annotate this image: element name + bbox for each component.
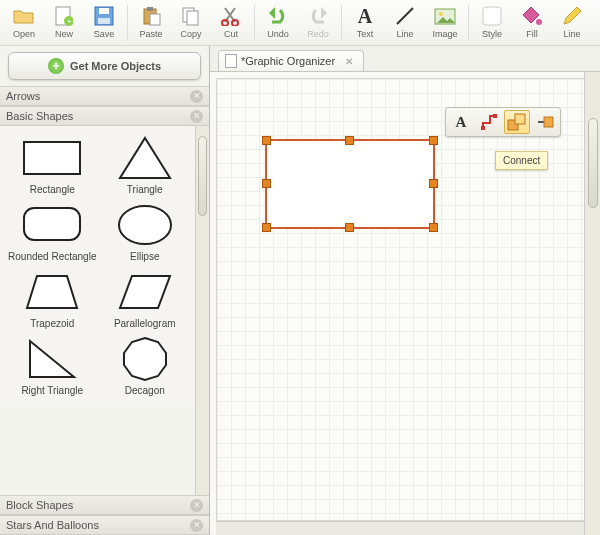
line-icon <box>393 4 417 28</box>
tab-graphic-organizer[interactable]: *Graphic Organizer ✕ <box>218 50 364 71</box>
canvas[interactable]: A Connect <box>216 78 596 521</box>
section-arrows[interactable]: Arrows ✕ <box>0 86 209 106</box>
document-icon <box>225 54 237 68</box>
cut-button[interactable]: Cut <box>211 2 251 39</box>
copy-button[interactable]: Copy <box>171 2 211 39</box>
svg-line-13 <box>397 8 413 24</box>
style-icon <box>480 4 504 28</box>
toolbar-separator <box>254 5 255 41</box>
section-title: Basic Shapes <box>6 110 73 122</box>
get-more-label: Get More Objects <box>70 60 161 72</box>
selected-rectangle[interactable] <box>265 139 435 229</box>
fill-icon <box>520 4 544 28</box>
tooltip: Connect <box>495 151 548 170</box>
toolbar-label: Cut <box>224 29 238 39</box>
collapse-icon[interactable]: ✕ <box>190 519 203 532</box>
sidebar: + Get More Objects Arrows ✕ Basic Shapes… <box>0 46 210 535</box>
resize-handle-s[interactable] <box>345 223 354 232</box>
connector-icon <box>480 113 498 131</box>
shape-decagon[interactable]: Decagon <box>99 335 192 396</box>
folder-icon <box>12 4 36 28</box>
toolbar-separator <box>127 5 128 41</box>
svg-rect-23 <box>493 114 497 118</box>
redo-button[interactable]: Redo <box>298 2 338 39</box>
toolbar-label: Undo <box>267 29 289 39</box>
new-button[interactable]: + New <box>44 2 84 39</box>
scrollbar-thumb[interactable] <box>588 118 598 208</box>
context-shape-fill-button[interactable] <box>532 110 558 134</box>
line-style-button[interactable]: Line <box>552 2 592 39</box>
image-button[interactable]: Image <box>425 2 465 39</box>
tab-bar: *Graphic Organizer ✕ <box>210 46 600 72</box>
shape-parallelogram[interactable]: Parallelogram <box>99 268 192 329</box>
section-basic-shapes[interactable]: Basic Shapes ✕ <box>0 106 209 126</box>
copy-icon <box>179 4 203 28</box>
svg-rect-4 <box>99 8 109 14</box>
text-button[interactable]: A Text <box>345 2 385 39</box>
pencil-icon <box>560 4 584 28</box>
shape-label: Triangle <box>127 184 163 195</box>
svg-point-17 <box>536 19 542 25</box>
svg-rect-25 <box>515 114 525 124</box>
shape-rectangle[interactable]: Rectangle <box>6 134 99 195</box>
close-tab-icon[interactable]: ✕ <box>345 56 353 67</box>
section-block-shapes[interactable]: Block Shapes ✕ <box>0 495 209 515</box>
shape-right-triangle[interactable]: Right Triangle <box>6 335 99 396</box>
fill-button[interactable]: Fill <box>512 2 552 39</box>
resize-handle-ne[interactable] <box>429 136 438 145</box>
svg-rect-19 <box>24 208 80 240</box>
section-title: Block Shapes <box>6 499 73 511</box>
collapse-icon[interactable]: ✕ <box>190 110 203 123</box>
shape-fill-icon <box>536 114 554 130</box>
svg-text:+: + <box>67 17 72 26</box>
toolbar-separator <box>341 5 342 41</box>
scrollbar-thumb[interactable] <box>198 136 207 216</box>
resize-handle-nw[interactable] <box>262 136 271 145</box>
svg-point-15 <box>439 12 443 16</box>
shape-triangle[interactable]: Triangle <box>99 134 192 195</box>
resize-handle-e[interactable] <box>429 179 438 188</box>
svg-rect-26 <box>544 117 553 127</box>
context-connector-button[interactable] <box>476 110 502 134</box>
toolbar-label: Save <box>94 29 115 39</box>
toolbar-label: Style <box>482 29 502 39</box>
toolbar-label: Image <box>432 29 457 39</box>
section-title: Arrows <box>6 90 40 102</box>
toolbar-label: New <box>55 29 73 39</box>
main-toolbar: Open + New Save Paste Copy Cut Un <box>0 0 600 46</box>
shape-label: Ellipse <box>130 251 159 262</box>
vertical-scrollbar[interactable] <box>584 72 600 535</box>
section-title: Stars And Balloons <box>6 519 99 531</box>
shape-rounded-rectangle[interactable]: Rounded Rectangle <box>6 201 99 262</box>
resize-handle-sw[interactable] <box>262 223 271 232</box>
connect-icon <box>507 113 527 131</box>
svg-rect-22 <box>481 126 485 130</box>
svg-rect-8 <box>150 14 160 25</box>
context-connect-button[interactable] <box>504 110 530 134</box>
main-area: + Get More Objects Arrows ✕ Basic Shapes… <box>0 46 600 535</box>
toolbar-label: Copy <box>180 29 201 39</box>
shape-ellipse[interactable]: Ellipse <box>99 201 192 262</box>
collapse-icon[interactable]: ✕ <box>190 90 203 103</box>
svg-rect-7 <box>147 7 153 11</box>
svg-point-12 <box>232 20 238 26</box>
undo-button[interactable]: Undo <box>258 2 298 39</box>
sidebar-scrollbar[interactable] <box>195 126 209 495</box>
svg-rect-16 <box>483 7 501 25</box>
open-button[interactable]: Open <box>4 2 44 39</box>
save-icon <box>92 4 116 28</box>
shape-trapezoid[interactable]: Trapezoid <box>6 268 99 329</box>
paste-button[interactable]: Paste <box>131 2 171 39</box>
collapse-icon[interactable]: ✕ <box>190 499 203 512</box>
context-add-text-button[interactable]: A <box>448 110 474 134</box>
new-doc-icon: + <box>52 4 76 28</box>
section-stars-balloons[interactable]: Stars And Balloons ✕ <box>0 515 209 535</box>
style-button[interactable]: Style <box>472 2 512 39</box>
save-button[interactable]: Save <box>84 2 124 39</box>
line-button[interactable]: Line <box>385 2 425 39</box>
resize-handle-w[interactable] <box>262 179 271 188</box>
get-more-objects-button[interactable]: + Get More Objects <box>8 52 201 80</box>
resize-handle-se[interactable] <box>429 223 438 232</box>
resize-handle-n[interactable] <box>345 136 354 145</box>
horizontal-scrollbar[interactable] <box>216 521 596 535</box>
